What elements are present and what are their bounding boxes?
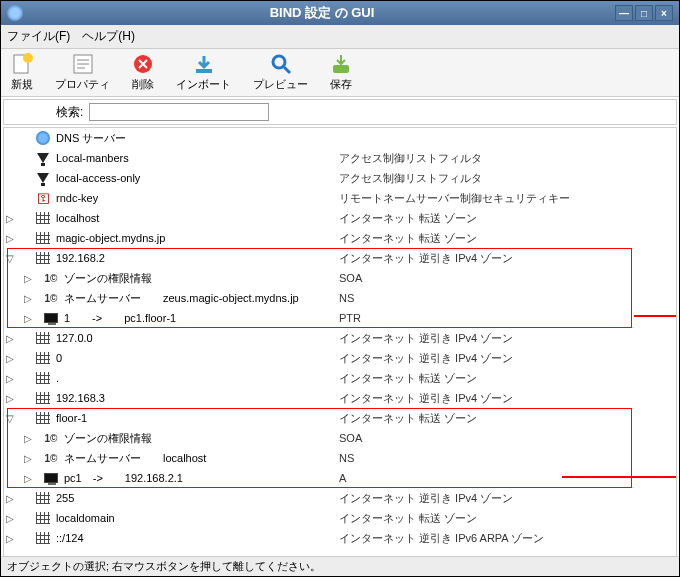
tree-row[interactable]: ▷0インターネット 逆引き IPv4 ゾーン bbox=[4, 348, 676, 368]
tree-item-desc: リモートネームサーバー制御セキュリティキー bbox=[339, 191, 570, 206]
expander-icon[interactable]: ▷ bbox=[4, 213, 16, 224]
tree-row[interactable]: ▷pc1 -> 192.168.2.1A bbox=[4, 468, 676, 488]
zone-icon bbox=[34, 210, 52, 226]
tree-item-label: localhost bbox=[56, 212, 99, 224]
expander-icon[interactable]: ▷ bbox=[4, 513, 16, 524]
tree-row[interactable]: ▷DNS サーバー bbox=[4, 128, 676, 148]
new-button[interactable]: 新規 bbox=[11, 53, 33, 92]
tree-row[interactable]: ▷255インターネット 逆引き IPv4 ゾーン bbox=[4, 488, 676, 508]
computer-icon bbox=[42, 470, 60, 486]
preview-button[interactable]: プレビュー bbox=[253, 53, 308, 92]
funnel-icon bbox=[34, 170, 52, 186]
tree-item-label: floor-1 bbox=[56, 412, 87, 424]
tree-item-label: ::/124 bbox=[56, 532, 84, 544]
expander-icon[interactable]: ▷ bbox=[4, 393, 16, 404]
expander-icon[interactable]: ▷ bbox=[4, 373, 16, 384]
tree-item-label: DNS サーバー bbox=[56, 131, 126, 146]
expander-icon[interactable]: ▷ bbox=[4, 353, 16, 364]
import-button[interactable]: インボート bbox=[176, 53, 231, 92]
expander-icon[interactable]: ▽ bbox=[4, 253, 16, 264]
new-icon bbox=[11, 53, 33, 75]
window-title: BIND 設定 の GUI bbox=[29, 4, 615, 22]
expander-icon[interactable]: ▷ bbox=[22, 293, 34, 304]
tree-row[interactable]: ▷localhostインターネット 転送 ゾーン bbox=[4, 208, 676, 228]
tree-row[interactable]: ▷⚿rndc-keyリモートネームサーバー制御セキュリティキー bbox=[4, 188, 676, 208]
tree-item-desc: A bbox=[339, 472, 346, 484]
status-text: オブジェクトの選択; 右マウスボタンを押して離してください。 bbox=[7, 559, 321, 574]
delete-button[interactable]: 削除 bbox=[132, 53, 154, 92]
tree-item-desc: インターネット 転送 ゾーン bbox=[339, 411, 477, 426]
expander-icon[interactable]: ▷ bbox=[4, 493, 16, 504]
tree-row[interactable]: ▽192.168.2インターネット 逆引き IPv4 ゾーン bbox=[4, 248, 676, 268]
menu-file[interactable]: ファイル(F) bbox=[7, 28, 70, 45]
tree-row[interactable]: ▷1©ネームサーバー zeus.magic-object.mydns.jpNS bbox=[4, 288, 676, 308]
tree-row[interactable]: ▷::/124インターネット 逆引き IPv6 ARPA ゾーン bbox=[4, 528, 676, 548]
expander-icon[interactable]: ▽ bbox=[4, 413, 16, 424]
import-icon bbox=[193, 53, 215, 75]
expander-icon[interactable]: ▷ bbox=[22, 453, 34, 464]
expander-icon[interactable]: ▷ bbox=[22, 273, 34, 284]
tree-item-desc: インターネット 逆引き IPv6 ARPA ゾーン bbox=[339, 531, 544, 546]
maximize-button[interactable]: □ bbox=[635, 5, 653, 21]
tree-row[interactable]: ▷1©ゾーンの権限情報SOA bbox=[4, 428, 676, 448]
tree-item-desc: インターネット 逆引き IPv4 ゾーン bbox=[339, 351, 513, 366]
tree-item-desc: PTR bbox=[339, 312, 361, 324]
zone-icon bbox=[34, 350, 52, 366]
close-button[interactable]: × bbox=[655, 5, 673, 21]
tree-row[interactable]: ▷192.168.3インターネット 逆引き IPv4 ゾーン bbox=[4, 388, 676, 408]
minimize-button[interactable]: — bbox=[615, 5, 633, 21]
tree-item-desc: SOA bbox=[339, 272, 362, 284]
expander-icon[interactable]: ▷ bbox=[22, 473, 34, 484]
tree-item-label: 0 bbox=[56, 352, 62, 364]
tree-row[interactable]: ▷1 -> pc1.floor-1PTR bbox=[4, 308, 676, 328]
tree-item-desc: アクセス制御リストフィルタ bbox=[339, 171, 482, 186]
tree-item-label: 1 -> pc1.floor-1 bbox=[64, 311, 176, 326]
properties-icon bbox=[72, 53, 94, 75]
svg-point-1 bbox=[23, 53, 33, 63]
tree-row[interactable]: ▷Local-manbersアクセス制御リストフィルタ bbox=[4, 148, 676, 168]
tree-item-label: 255 bbox=[56, 492, 74, 504]
tree-item-desc: インターネット 逆引き IPv4 ゾーン bbox=[339, 491, 513, 506]
search-input[interactable] bbox=[89, 103, 269, 121]
search-label: 検索: bbox=[56, 104, 83, 121]
tree-item-label: 192.168.2 bbox=[56, 252, 105, 264]
tree-row[interactable]: ▷127.0.0インターネット 逆引き IPv4 ゾーン bbox=[4, 328, 676, 348]
tree-item-label: local-access-only bbox=[56, 172, 140, 184]
properties-button[interactable]: プロパティ bbox=[55, 53, 110, 92]
expander-icon[interactable]: ▷ bbox=[22, 313, 34, 324]
tree-item-label: ネームサーバー localhost bbox=[64, 451, 206, 466]
menu-help[interactable]: ヘルプ(H) bbox=[82, 28, 135, 45]
tree-row[interactable]: ▷local-access-onlyアクセス制御リストフィルタ bbox=[4, 168, 676, 188]
tree-item-label: ゾーンの権限情報 bbox=[64, 431, 152, 446]
zone-icon bbox=[34, 410, 52, 426]
zone-icon bbox=[34, 390, 52, 406]
toolbar: 新規 プロパティ 削除 インボート プレビュー 保存 bbox=[1, 49, 679, 97]
zone-icon bbox=[34, 370, 52, 386]
tree-row[interactable]: ▷localdomainインターネット 転送 ゾーン bbox=[4, 508, 676, 528]
tree-item-desc: NS bbox=[339, 452, 354, 464]
key-icon: ⚿ bbox=[34, 190, 52, 206]
tree-row[interactable]: ▷1©ゾーンの権限情報SOA bbox=[4, 268, 676, 288]
svg-rect-9 bbox=[196, 69, 212, 73]
tree-item-desc: アクセス制御リストフィルタ bbox=[339, 151, 482, 166]
tree-row[interactable]: ▷.インターネット 転送 ゾーン bbox=[4, 368, 676, 388]
tree-row[interactable]: ▽floor-1インターネット 転送 ゾーン bbox=[4, 408, 676, 428]
expander-icon[interactable]: ▷ bbox=[4, 333, 16, 344]
save-button[interactable]: 保存 bbox=[330, 53, 352, 92]
record-icon: 1© bbox=[42, 430, 60, 446]
expander-icon[interactable]: ▷ bbox=[22, 433, 34, 444]
delete-icon bbox=[132, 53, 154, 75]
search-bar: 検索: bbox=[3, 99, 677, 125]
expander-icon[interactable]: ▷ bbox=[4, 533, 16, 544]
tree-row[interactable]: ▷magic-object.mydns.jpインターネット 転送 ゾーン bbox=[4, 228, 676, 248]
tree-item-desc: NS bbox=[339, 292, 354, 304]
tree-item-desc: SOA bbox=[339, 432, 362, 444]
funnel-icon bbox=[34, 150, 52, 166]
expander-icon[interactable]: ▷ bbox=[4, 233, 16, 244]
zone-icon bbox=[34, 330, 52, 346]
zone-icon bbox=[34, 250, 52, 266]
tree-row[interactable]: ▷1©ネームサーバー localhostNS bbox=[4, 448, 676, 468]
tree-item-label: pc1 -> 192.168.2.1 bbox=[64, 471, 183, 486]
tree-view[interactable]: ▷DNS サーバー▷Local-manbersアクセス制御リストフィルタ▷loc… bbox=[3, 127, 677, 565]
record-icon: 1© bbox=[42, 270, 60, 286]
